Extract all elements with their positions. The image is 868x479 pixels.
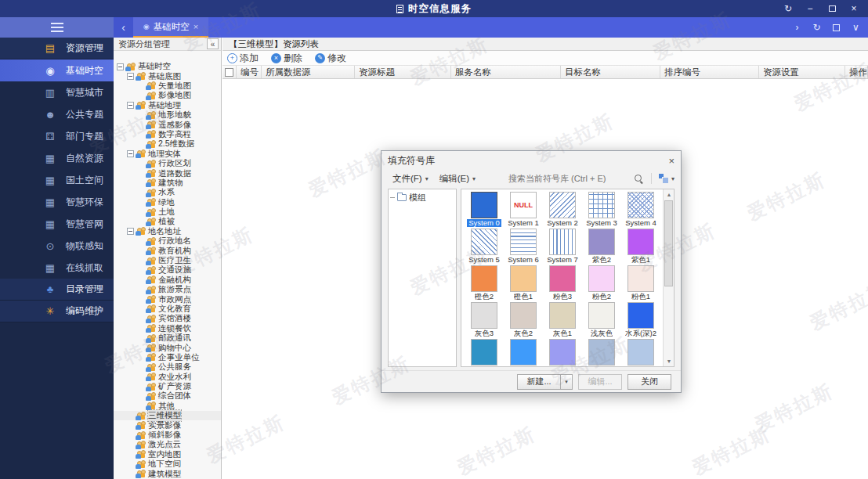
tree-node[interactable]: 购物中心 (114, 343, 221, 352)
collapse-expander-icon[interactable] (117, 63, 124, 70)
sidebar-item[interactable]: ⚃部门专题 (0, 125, 114, 147)
fill-symbol-swatch[interactable]: 灰色2 (504, 302, 543, 339)
tree-node[interactable]: 农业水利 (114, 373, 221, 382)
dialog-close-icon[interactable]: × (668, 155, 675, 167)
new-button[interactable]: 新建... (517, 374, 561, 390)
column-header[interactable]: 服务名称 (451, 66, 561, 78)
view-mode-icon[interactable] (659, 174, 668, 183)
tree-node[interactable]: 倾斜影像 (114, 430, 221, 440)
column-header[interactable]: 资源设置 (759, 66, 845, 78)
column-header[interactable]: 操作 (845, 66, 868, 78)
column-header[interactable]: 所属数据源 (262, 66, 355, 78)
fill-symbol-swatch[interactable]: 水系(深)1 (465, 339, 504, 367)
sidebar-item[interactable]: ✳编码维护▼ (0, 301, 114, 322)
fill-symbol-swatch[interactable]: 水系2 (582, 339, 621, 367)
tree-node[interactable]: 遥感影像 (114, 120, 221, 129)
fill-symbol-swatch[interactable]: System 0 (465, 192, 504, 229)
fullscreen-icon[interactable] (827, 17, 845, 38)
tree-node[interactable]: 教育机构 (114, 246, 221, 255)
tree-node[interactable]: 地理实体 (114, 149, 221, 159)
tree-node[interactable]: 植被 (114, 217, 221, 226)
column-header[interactable]: 资源标题 (355, 66, 451, 78)
tree-node[interactable]: 其他 (114, 402, 221, 411)
minimize-icon[interactable]: − (801, 0, 819, 17)
maximize-icon[interactable] (823, 0, 841, 17)
sidebar-item[interactable]: ☻公共专题 (0, 103, 114, 125)
fill-symbol-swatch[interactable]: 水系1 (621, 339, 660, 367)
fill-symbol-swatch[interactable]: 橙色1 (504, 265, 543, 302)
sidebar-item[interactable]: ▦智慧管网 (0, 213, 114, 235)
menu-item[interactable]: 编辑(E)▾ (435, 171, 480, 186)
collapse-expander-icon[interactable] (127, 228, 134, 235)
close-button[interactable]: 关闭 (627, 374, 671, 390)
sidebar-item[interactable]: ⊙物联感知 (0, 235, 114, 257)
fill-symbol-swatch[interactable]: 水系3 (543, 339, 582, 367)
tree-node[interactable]: 影像地图 (114, 91, 221, 100)
fill-symbol-swatch[interactable]: 灰色3 (465, 302, 504, 339)
fill-symbol-swatch[interactable]: System 3 (582, 192, 621, 229)
tree-node[interactable]: 基础地理 (114, 101, 221, 110)
tree-node[interactable]: 三维模型 (114, 411, 221, 420)
tree-node[interactable]: 基础时空 (114, 62, 221, 71)
fill-symbol-swatch[interactable]: 粉色2 (582, 265, 621, 302)
fill-symbol-swatch[interactable]: 紫色2 (582, 229, 621, 265)
fill-symbol-swatch[interactable]: 浅灰色 (582, 302, 621, 339)
tree-node[interactable]: 公共服务 (114, 362, 221, 372)
column-header[interactable]: 排序编号 (660, 66, 759, 78)
new-button-caret-icon[interactable]: ▾ (561, 374, 573, 390)
column-header[interactable]: 目标名称 (561, 66, 660, 78)
tree-node[interactable]: 邮政通讯 (114, 333, 221, 343)
tree-node[interactable]: 室内地图 (114, 450, 221, 459)
tree-node[interactable]: 绿地 (114, 197, 221, 207)
fill-symbol-swatch[interactable]: System 7 (543, 229, 582, 265)
tree-node[interactable]: 综合团体 (114, 391, 221, 401)
fill-symbol-swatch[interactable]: 水系4 (504, 339, 543, 367)
tree-node[interactable]: 矢量地图 (114, 81, 221, 91)
add-action-button[interactable]: +添加 (227, 52, 259, 65)
tree-node[interactable]: 企事业单位 (114, 353, 221, 362)
select-all-checkbox[interactable] (225, 68, 233, 77)
swatch-scrollbar[interactable]: ▲ ▼ (663, 189, 674, 366)
tree-node[interactable]: 道路数据 (114, 168, 221, 178)
tree-node[interactable]: 交通设施 (114, 265, 221, 275)
tree-node[interactable]: 地下空间 (114, 459, 221, 469)
tree-node[interactable]: 数字高程 (114, 130, 221, 139)
tree-node[interactable]: 建筑模型 (114, 469, 221, 478)
sidebar-item[interactable]: ▦在线抓取 (0, 257, 114, 279)
scroll-down-icon[interactable]: ▼ (664, 356, 675, 366)
fill-symbol-swatch[interactable]: 紫色1 (621, 229, 660, 265)
symbol-group-node[interactable]: 模组 (390, 192, 454, 203)
del-action-button[interactable]: ×删除 (271, 52, 302, 65)
fill-symbol-swatch[interactable]: 水系(深)2 (621, 302, 660, 339)
view-mode-caret-icon[interactable]: ▾ (671, 175, 675, 182)
tree-node[interactable]: 实景影像 (114, 420, 221, 430)
tree-node[interactable]: 文化教育 (114, 304, 221, 314)
tree-node[interactable]: 土地 (114, 207, 221, 217)
tree-node[interactable]: 行政区划 (114, 159, 221, 168)
collapse-expander-icon[interactable] (127, 150, 134, 157)
fill-symbol-swatch[interactable]: System 2 (543, 192, 582, 229)
search-icon[interactable] (634, 174, 644, 184)
fill-symbol-swatch[interactable]: NULLSystem 1 (504, 192, 543, 229)
tree-node[interactable]: 建筑物 (114, 178, 221, 188)
sidebar-item[interactable]: ▦自然资源 (0, 147, 114, 169)
edit-action-button[interactable]: ✎修改 (315, 52, 346, 65)
sidebar-item[interactable]: ▤资源管理▲ (0, 38, 114, 59)
column-header[interactable]: 编号 (237, 66, 262, 78)
scroll-up-icon[interactable]: ▲ (664, 189, 675, 200)
tab-close-icon[interactable]: × (193, 22, 198, 31)
sidebar-toggle-button[interactable] (0, 17, 114, 38)
fill-symbol-swatch[interactable]: System 6 (504, 229, 543, 265)
sidebar-item[interactable]: ▦智慧环保 (0, 191, 114, 213)
tree-node[interactable]: 市政网点 (114, 294, 221, 304)
tree-node[interactable]: 基础底图 (114, 71, 221, 81)
fill-symbol-swatch[interactable]: 粉色1 (621, 265, 660, 302)
refresh-window-icon[interactable]: ↻ (779, 0, 797, 17)
tree-node[interactable]: 宾馆酒楼 (114, 314, 221, 323)
fill-symbol-swatch[interactable]: 灰色1 (543, 302, 582, 339)
tab-menu-chevron-icon[interactable]: ∨ (847, 17, 865, 38)
fill-symbol-swatch[interactable]: 粉色3 (543, 265, 582, 302)
tree-node[interactable]: 地形地貌 (114, 110, 221, 120)
edit-button[interactable]: 编辑... (578, 374, 622, 390)
scrollbar-thumb[interactable] (664, 200, 673, 286)
